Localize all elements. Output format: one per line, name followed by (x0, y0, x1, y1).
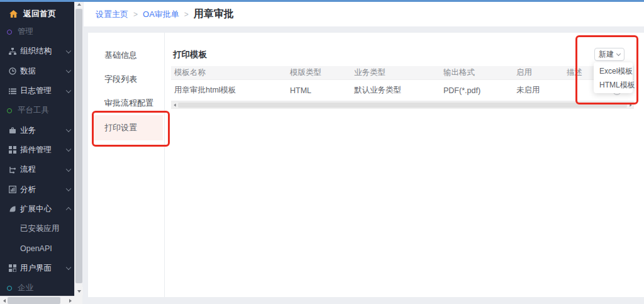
scroll-down-button[interactable] (75, 287, 83, 295)
sidebar: 返回首页 管理 组织结构 数据 (0, 0, 74, 296)
sidebar-vertical-scrollbar[interactable] (74, 0, 82, 296)
sidebar-item-label: 企业 (18, 283, 33, 293)
scroll-left-button[interactable] (171, 101, 178, 109)
scroll-left-icon (3, 299, 6, 303)
dropdown-item-html-template[interactable]: HTML模板 (594, 78, 633, 92)
print-template-table: 模板名称 模版类型 业务类型 输出格式 启用 描述 用章审批html模板 HTM… (171, 66, 634, 109)
sidebar-item-label: 数据 (20, 66, 36, 77)
ring-icon (7, 286, 12, 291)
ring-icon (7, 108, 12, 113)
sidebar-item-openapi[interactable]: OpenAPI (0, 239, 74, 258)
sidebar-back-label: 返回首页 (23, 8, 56, 20)
sidebar-item-label: 流程 (20, 164, 36, 175)
sidebar-item-org-structure[interactable]: 组织结构 (0, 42, 74, 61)
cell-template-name: 用章审批html模板 (171, 85, 285, 96)
table-row[interactable]: 用章审批html模板 HTML 默认业务类型 PDF(*.pdf) 未启用 (171, 80, 634, 101)
sidebar-item-label: 管理 (18, 26, 33, 37)
ring-icon (7, 30, 12, 35)
new-template-button[interactable]: 新建 (594, 48, 625, 61)
breadcrumb-separator: > (184, 10, 189, 19)
breadcrumb: 设置主页 > OA审批单 > 用章审批 (84, 2, 644, 26)
cell-business-type: 默认业务类型 (349, 85, 438, 96)
scroll-up-icon (77, 3, 81, 6)
table-header-row: 模板名称 模版类型 业务类型 输出格式 启用 描述 (171, 66, 634, 80)
col-header-template-name: 模板名称 (171, 67, 285, 78)
table-horizontal-scrollbar[interactable] (171, 101, 634, 109)
tab-label: 字段列表 (104, 74, 137, 85)
sidebar-back-home[interactable]: 返回首页 (0, 5, 74, 23)
col-header-template-type: 模版类型 (285, 67, 349, 78)
scroll-right-icon (69, 299, 72, 303)
tab-basic-info[interactable]: 基础信息 (88, 43, 164, 67)
chevron-up-icon (66, 207, 71, 212)
horizontal-scrollbar-thumb[interactable] (178, 103, 627, 108)
new-template-dropdown-menu: Excel模板 HTML模板 (594, 62, 633, 93)
scrollbar-corner (74, 296, 82, 304)
sidebar-item-installed-apps[interactable]: 已安装应用 (0, 219, 74, 239)
sidebar-item-extension-center[interactable]: 扩展中心 (0, 200, 74, 219)
col-header-output-format: 输出格式 (438, 67, 511, 78)
print-settings-content: 打印模板 新建 模板名称 模版类型 业务类型 输出格式 启用 描述 用章审批ht… (171, 33, 636, 297)
dropdown-item-excel-template[interactable]: Excel模板 (594, 64, 633, 78)
main-panel: 基础信息 字段列表 审批流程配置 打印设置 打印模板 新建 模板名称 模版类型 … (88, 33, 644, 297)
vertical-scrollbar-thumb[interactable] (75, 9, 82, 283)
org-structure-icon (8, 47, 16, 55)
new-button-label: 新建 (599, 49, 614, 60)
scroll-down-icon (77, 290, 81, 293)
app-window: 返回首页 管理 组织结构 数据 (0, 0, 644, 304)
scroll-right-button[interactable] (627, 101, 634, 109)
top-accent-bar (0, 0, 644, 2)
extension-center-icon (8, 205, 16, 213)
data-icon (8, 67, 16, 76)
sidebar-item-user-interface[interactable]: 用户界面 (0, 259, 74, 278)
sidebar-item-label: 组织结构 (20, 46, 52, 57)
sidebar-item-analysis[interactable]: 分析 (0, 179, 74, 199)
col-header-enabled: 启用 (511, 67, 562, 78)
cell-enabled: 未启用 (511, 85, 562, 96)
section-title: 打印模板 (173, 49, 207, 60)
sidebar-item-label: 业务 (20, 125, 36, 136)
col-header-business-type: 业务类型 (349, 67, 438, 78)
chevron-down-icon (66, 87, 71, 93)
business-icon (8, 127, 16, 135)
sidebar-item-business[interactable]: 业务 (0, 120, 74, 140)
analysis-icon (8, 186, 16, 194)
sidebar-item-label: 插件管理 (20, 145, 52, 155)
chevron-down-icon (66, 48, 71, 53)
tab-field-list[interactable]: 字段列表 (88, 67, 164, 91)
log-management-icon (8, 87, 16, 95)
chevron-down-icon (66, 166, 71, 171)
sidebar-item-guanli[interactable]: 管理 (0, 22, 74, 42)
sidebar-item-label: 日志管理 (20, 86, 52, 96)
chevron-down-icon (616, 52, 621, 56)
sidebar-item-plugin-management[interactable]: 插件管理 (0, 140, 74, 160)
chevron-down-icon (66, 265, 71, 270)
sidebar-horizontal-scrollbar[interactable] (0, 296, 74, 304)
horizontal-scrollbar-thumb[interactable] (8, 297, 60, 304)
sidebar-item-workflow[interactable]: 流程 (0, 160, 74, 179)
breadcrumb-link-oa-approval[interactable]: OA审批单 (143, 9, 179, 20)
sidebar-item-platform-tools[interactable]: 平台工具 (0, 101, 74, 120)
sidebar-item-enterprise[interactable]: 企业 (0, 278, 74, 298)
sidebar-item-log-management[interactable]: 日志管理 (0, 81, 74, 101)
tab-approval-flow-config[interactable]: 审批流程配置 (88, 91, 164, 115)
sidebar-item-label: 扩展中心 (20, 204, 52, 215)
breadcrumb-link-settings-home[interactable]: 设置主页 (96, 9, 128, 20)
scroll-left-icon (174, 104, 175, 107)
settings-tab-list: 基础信息 字段列表 审批流程配置 打印设置 (88, 33, 165, 297)
page-title: 用章审批 (194, 8, 234, 21)
scroll-right-icon (630, 104, 631, 107)
scroll-right-button[interactable] (66, 296, 74, 304)
sidebar-item-label: 用户界面 (20, 263, 52, 274)
tab-print-settings[interactable]: 打印设置 (93, 115, 163, 140)
ui-icon (8, 264, 16, 273)
breadcrumb-separator: > (133, 10, 138, 19)
tab-label: 打印设置 (104, 122, 137, 133)
chevron-down-icon (66, 147, 71, 152)
sidebar-item-label: 平台工具 (18, 105, 49, 116)
home-icon (9, 9, 18, 18)
sidebar-menu: 管理 组织结构 数据 日志管理 (0, 22, 74, 298)
sidebar-item-data[interactable]: 数据 (0, 62, 74, 81)
chevron-down-icon (66, 68, 71, 73)
cell-output-format: PDF(*.pdf) (438, 86, 511, 95)
